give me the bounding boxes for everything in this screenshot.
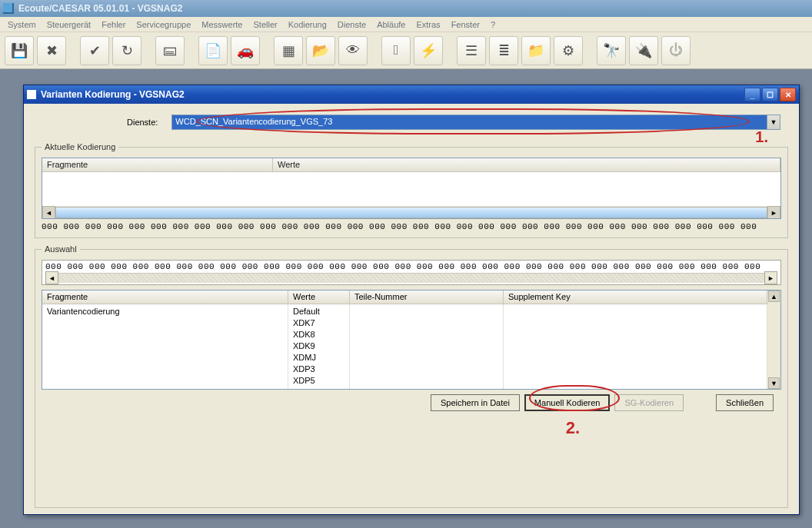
app-toolbar: 💾 ✖ ✔ ↻ 🖴 📄 🚗 ▦ 📂 👁 𖣯 ⚡ ☰ ≣ 📁 ⚙ 🔭 🔌 ⏻ [0,32,812,69]
tb-binoculars-icon[interactable]: 🔭 [597,36,626,65]
close-dialog-button[interactable]: Schließen [716,394,774,411]
tb-plug-off-icon[interactable]: ⏻ [661,36,691,65]
werte-item[interactable]: XDP5 [293,375,344,387]
auswahl-hex-row: 000 000 000 000 000 000 000 000 000 000 … [45,262,777,271]
scroll-down-icon[interactable]: ▼ [768,377,780,389]
tb-bolt-icon[interactable]: ⚡ [414,36,443,65]
auswahl-legend: Auswahl [42,244,80,254]
current-hex-row: 000 000 000 000 000 000 000 000 000 000 … [42,219,781,233]
chevron-down-icon[interactable]: ▼ [767,115,780,129]
werte-item[interactable]: XDK9 [293,340,344,352]
menu-fehler[interactable]: Fehler [97,18,130,31]
menu-dienste[interactable]: Dienste [333,18,371,31]
tb-bars-icon[interactable]: ≣ [489,36,518,65]
tb-sync-icon[interactable]: ↻ [112,36,141,65]
tb-list-icon[interactable]: ☰ [457,36,486,65]
app-icon [3,3,14,14]
variant-coding-dialog: Varianten Kodierung - VGSNAG2 _ ☐ ✕ Dien… [23,85,800,515]
close-button[interactable]: ✕ [780,88,796,101]
menu-ablaeufe[interactable]: Abläufe [372,18,410,31]
auswahl-grid: Fragmente Variantencodierung Werte Defau… [42,290,781,390]
annotation-1: 1. [755,128,768,146]
current-table-head: Fragmente Werte [42,158,780,172]
auswahl-hscroll[interactable]: ◄ ► [45,271,777,284]
dialog-titlebar: Varianten Kodierung - VGSNAG2 _ ☐ ✕ [24,85,799,104]
menu-kodierung[interactable]: Kodierung [284,18,331,31]
app-titlebar: Ecoute/CAESAR 05.01.01 - VGSNAG2 [0,0,812,17]
tb-folder-open-icon[interactable]: 📁 [521,36,551,65]
tb-grid-icon[interactable]: ▦ [274,36,303,65]
minimize-button[interactable]: _ [744,88,760,101]
scroll-right-icon[interactable]: ► [764,271,777,284]
mdi-workspace: Varianten Kodierung - VGSNAG2 _ ☐ ✕ Dien… [0,69,812,528]
scroll-track[interactable] [55,207,767,218]
tb-plug-icon[interactable]: 🔌 [629,36,658,65]
maximize-button[interactable]: ☐ [762,88,778,101]
col2-teile[interactable]: Teile-Nummer [350,291,504,304]
teile-cell [350,304,504,389]
scroll-track[interactable] [58,273,764,283]
current-coding-group: Aktuelle Kodierung Fragmente Werte ◄ ► [35,142,788,238]
dienste-row: Dienste: WCD_SCN_Variantencodierung_VGS_… [35,111,788,136]
manual-coding-button[interactable]: Manuell Kodieren [524,394,611,411]
supp-cell [504,304,767,389]
menu-steuergeraet[interactable]: Steuergerät [42,18,95,31]
current-hscroll[interactable]: ◄ ► [42,206,780,219]
dialog-icon [27,90,36,99]
tb-check-icon[interactable]: ✔ [80,36,109,65]
werte-item[interactable]: XDP3 [293,364,344,375]
menu-servicegruppe[interactable]: Servicegruppe [131,18,195,31]
tb-tool-gear-icon[interactable]: ⚙ [554,36,583,65]
scroll-right-icon[interactable]: ► [767,206,780,219]
tb-drive-icon[interactable]: 🖴 [155,36,185,65]
menu-help[interactable]: ? [486,18,500,31]
sg-coding-button: SG-Kodieren [614,394,684,411]
tb-eye-icon[interactable]: 👁 [338,36,368,65]
werte-item[interactable]: XDK8 [293,329,344,340]
auswahl-group: Auswahl 000 000 000 000 000 000 000 000 … [35,244,788,508]
werte-list[interactable]: Default XDK7 XDK8 XDK9 XDMJ XDP3 XDP5 XD… [288,304,350,389]
tb-drive-in-icon[interactable]: 💾 [5,36,34,65]
annotation-2: 2. [566,418,580,438]
frag-cell[interactable]: Variantencodierung [42,304,288,389]
current-coding-legend: Aktuelle Kodierung [42,142,118,151]
current-table: Fragmente Werte ◄ ► [42,158,781,219]
save-to-file-button[interactable]: Speichern in Datei [431,394,520,411]
auswahl-hex-box: 000 000 000 000 000 000 000 000 000 000 … [42,260,781,285]
app-title: Ecoute/CAESAR 05.01.01 - VGSNAG2 [18,3,182,14]
werte-item[interactable]: XDK7 [293,317,344,329]
tb-folder-edit-icon[interactable]: 📂 [306,36,335,65]
dienste-label: Dienste: [127,118,165,127]
dialog-title: Varianten Kodierung - VGSNAG2 [41,89,185,100]
menu-messwerte[interactable]: Messwerte [197,18,247,31]
col-fragmente[interactable]: Fragmente [42,158,273,171]
dialog-body: Dienste: WCD_SCN_Variantencodierung_VGS_… [24,104,799,514]
current-table-body [42,172,780,206]
tb-car-icon[interactable]: 🚗 [231,36,260,65]
werte-item[interactable]: Default [293,306,344,317]
scroll-left-icon[interactable]: ◄ [42,206,55,219]
dienste-value: WCD_SCN_Variantencodierung_VGS_73 [172,115,767,129]
menu-steller[interactable]: Steller [248,18,281,31]
dialog-buttons: Speichern in Datei Manuell Kodieren SG-K… [42,390,781,411]
menu-extras[interactable]: Extras [411,18,444,31]
app-menubar[interactable]: System Steuergerät Fehler Servicegruppe … [0,17,812,32]
werte-item[interactable]: XDMJ [293,352,344,364]
tb-drive-x-icon[interactable]: ✖ [37,36,66,65]
werte-item[interactable]: XDP6 [293,387,344,389]
scroll-left-icon[interactable]: ◄ [45,271,58,284]
tb-doc-f-icon[interactable]: 📄 [198,36,228,65]
col2-supp[interactable]: Supplement Key [504,291,767,304]
col-werte[interactable]: Werte [273,158,780,171]
scroll-up-icon[interactable]: ▲ [768,291,780,302]
tb-tree-icon[interactable]: 𖣯 [381,36,411,65]
menu-fenster[interactable]: Fenster [447,18,484,31]
app-window: Ecoute/CAESAR 05.01.01 - VGSNAG2 System … [0,0,812,528]
grid-vscroll[interactable]: ▲ ▼ [767,291,780,389]
col2-fragmente[interactable]: Fragmente [42,291,288,304]
menu-system[interactable]: System [3,18,41,31]
col2-werte[interactable]: Werte [288,291,350,304]
dienste-combo[interactable]: WCD_SCN_Variantencodierung_VGS_73 ▼ [171,115,780,130]
